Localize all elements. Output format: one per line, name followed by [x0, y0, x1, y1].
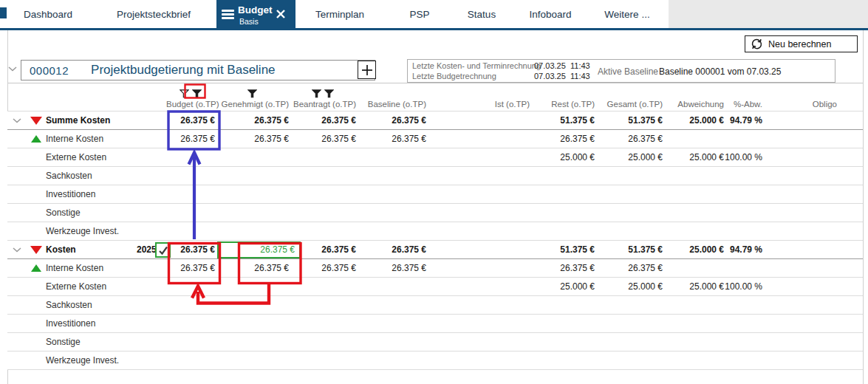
- row-label: Sonstige: [46, 337, 81, 347]
- tab-infoboard[interactable]: Infoboard: [529, 9, 571, 20]
- table-row: Sachkosten: [7, 296, 863, 315]
- row-label: Sachkosten: [46, 171, 92, 181]
- tab-weitere[interactable]: Weitere ...: [604, 9, 649, 20]
- project-header-box: 000012 Projektbudgetierung mit Baseline: [21, 60, 375, 80]
- column-header-label[interactable]: Ist (o.TP): [426, 100, 530, 111]
- table-row: Externe Kosten25.000 €25.000 €25.000 €10…: [7, 148, 863, 167]
- tab-projektsteckbrief[interactable]: Projektsteckbrief: [117, 9, 191, 20]
- filter-icon[interactable]: [312, 89, 321, 98]
- cell-abweichung: 25.000 €: [663, 115, 724, 126]
- last-calc-time: 11:43: [570, 61, 590, 72]
- column-header-label[interactable]: Beantragt (o.TP): [289, 100, 356, 111]
- column-baseline: Baseline (o.TP): [356, 87, 426, 111]
- project-collapse-chevron-icon[interactable]: [8, 66, 17, 72]
- cell-budget: 26.375 €: [166, 263, 215, 273]
- cell-gesamt: 25.000 €: [595, 152, 663, 162]
- cell-baseline: 26.375 €: [356, 244, 426, 255]
- row-label: Summe Kosten: [46, 115, 110, 126]
- table-row: Externe Kosten25.000 €25.000 €25.000 €10…: [7, 278, 863, 296]
- column-header-label[interactable]: Rest (o.TP): [530, 100, 595, 111]
- filter-icon[interactable]: [180, 89, 189, 98]
- cell-genehmigt: 26.375 €: [215, 115, 289, 126]
- cell-pct-abw: 94.79 %: [724, 115, 762, 126]
- column-header-label[interactable]: Baseline (o.TP): [356, 100, 426, 111]
- row-label: Investitionen: [46, 318, 95, 329]
- triangle-up-green-icon: [31, 264, 41, 272]
- cell-rest: 25.000 €: [530, 281, 595, 292]
- refresh-icon: [751, 38, 763, 50]
- column-obligo: Obligo: [762, 87, 837, 111]
- last-budget-label: Letzte Budgetrechnung: [412, 72, 541, 82]
- row-label-cell: Sachkosten: [7, 296, 166, 314]
- row-label: Sachkosten: [46, 300, 92, 310]
- row-label-cell: Investitionen: [7, 315, 166, 332]
- cell-genehmigt: 26.375 €: [215, 263, 289, 273]
- column-header-label[interactable]: Genehmigt (o.TP): [215, 100, 289, 111]
- table-row: Werkzeuge Invest.: [7, 352, 863, 370]
- chevron-down-icon[interactable]: [13, 247, 21, 253]
- budget-table: Budget (o.TP) Genehmigt (o.TP) Beantragt…: [7, 84, 863, 370]
- tab-status[interactable]: Status: [468, 9, 496, 20]
- cell-rest: 25.000 €: [530, 152, 595, 162]
- column-header-label[interactable]: Budget (o.TP): [166, 100, 215, 111]
- cell-beantragt: 26.375 €: [289, 115, 356, 126]
- genehmigt-input[interactable]: 26.375 €: [217, 241, 301, 258]
- filter-icon[interactable]: [247, 89, 257, 98]
- cell-beantragt: 26.375 €: [289, 134, 356, 144]
- active-baseline-value: Baseline 000001 vom 07.03.25: [659, 66, 781, 77]
- triangle-down-red-icon: [30, 246, 42, 254]
- tab-bar: Dashboard Projektsteckbrief Budget Basis…: [0, 0, 868, 30]
- column-gesamt: Gesamt (o.TP): [595, 87, 663, 111]
- filter-icon[interactable]: [192, 89, 202, 98]
- tab-psp[interactable]: PSP: [409, 9, 429, 20]
- row-label: Sonstige: [46, 208, 81, 218]
- column-header-label[interactable]: Gesamt (o.TP): [595, 100, 663, 111]
- tab-budget-active[interactable]: Budget Basis: [216, 0, 295, 30]
- cell-gesamt: 26.375 €: [595, 134, 663, 144]
- filter-icon[interactable]: [324, 89, 334, 98]
- project-id: 000012: [30, 64, 69, 77]
- year-checkbox[interactable]: [155, 242, 171, 258]
- year-label: 2025: [137, 244, 157, 255]
- row-label: Externe Kosten: [46, 281, 106, 292]
- row-label-cell: Werkzeuge Invest.: [7, 222, 166, 240]
- row-label-cell: Interne Kosten: [7, 130, 166, 148]
- cell-rest: 26.375 €: [530, 263, 595, 273]
- chevron-down-icon[interactable]: [13, 118, 21, 123]
- column-header-label[interactable]: Obligo: [762, 100, 837, 111]
- tabbar-filler: [669, 0, 868, 28]
- column-header-label[interactable]: %-Abw.: [724, 100, 762, 111]
- column-ist: Ist (o.TP): [426, 87, 530, 111]
- row-label-cell: Externe Kosten: [7, 148, 166, 166]
- row-label-cell: Sachkosten: [7, 167, 166, 185]
- cell-abweichung: 25.000 €: [663, 244, 724, 255]
- menu-icon[interactable]: [222, 10, 234, 19]
- cell-gesamt: 51.375 €: [595, 244, 663, 255]
- checkmark-icon: [158, 245, 168, 256]
- table-row: Interne Kosten26.375 €26.375 €26.375 €26…: [7, 130, 863, 148]
- add-button[interactable]: [358, 61, 376, 79]
- project-info-box: Letzte Kosten- und Terminrechnung Letzte…: [407, 59, 835, 83]
- triangle-down-red-icon: [30, 117, 42, 125]
- close-icon[interactable]: [276, 9, 286, 19]
- tab-budget-label: Budget: [238, 4, 273, 16]
- recalculate-label: Neu berechnen: [768, 39, 831, 49]
- table-row: Werkzeuge Invest.: [7, 222, 863, 241]
- right-border: [863, 30, 864, 384]
- row-label: Werkzeuge Invest.: [46, 355, 119, 366]
- column-header-label[interactable]: Abweichung: [663, 100, 724, 111]
- active-baseline-label: Aktive Baseline: [598, 66, 658, 77]
- cell-gesamt: 51.375 €: [595, 115, 663, 126]
- cell-budget: 26.375 €: [166, 244, 215, 255]
- column-abweichung: Abweichung: [663, 87, 724, 111]
- row-label: Interne Kosten: [46, 263, 103, 273]
- tab-terminplan[interactable]: Terminplan: [315, 9, 364, 20]
- table-row: Sonstige: [7, 333, 863, 352]
- last-calc-label: Letzte Kosten- und Terminrechnung: [412, 61, 541, 72]
- cell-baseline: 26.375 €: [356, 263, 426, 273]
- tab-dashboard[interactable]: Dashboard: [24, 9, 72, 20]
- row-label-cell: Externe Kosten: [7, 278, 166, 295]
- cell-pct-abw: 100.00 %: [724, 281, 762, 292]
- table-row: Summe Kosten26.375 €26.375 €26.375 €26.3…: [7, 112, 863, 130]
- recalculate-button[interactable]: Neu berechnen: [745, 35, 858, 52]
